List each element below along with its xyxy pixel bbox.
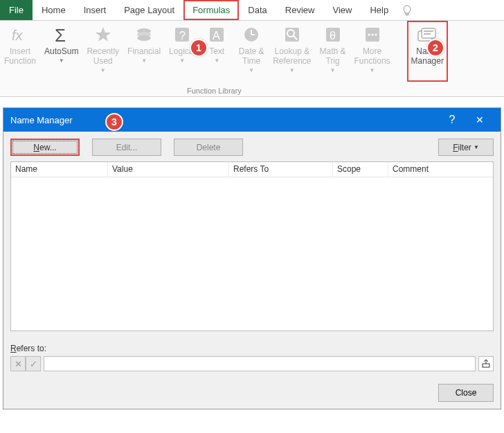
svg-text:Σ: Σ	[55, 25, 66, 44]
svg-rect-24	[424, 30, 433, 32]
callout-3: 3	[105, 113, 123, 131]
tab-page-layout[interactable]: Page Layout	[115, 0, 183, 20]
dialog-titlebar[interactable]: Name Manager ? ✕	[3, 108, 501, 132]
dialog-footer: Close	[3, 377, 501, 409]
tab-review[interactable]: Review	[276, 0, 324, 20]
tab-insert[interactable]: Insert	[75, 0, 116, 20]
tell-me-icon[interactable]	[397, 0, 417, 20]
tab-data[interactable]: Data	[239, 0, 276, 20]
text-icon: A	[206, 24, 228, 46]
group-title-function-library: Function Library	[187, 87, 242, 95]
dropdown-icon: ▼	[141, 58, 147, 64]
close-button[interactable]: Close	[438, 384, 494, 402]
date-time-button[interactable]: Date & Time ▼	[234, 21, 269, 82]
refers-to-input[interactable]	[44, 356, 476, 371]
ribbon-tabs: File Home Insert Page Layout Formulas Da…	[0, 0, 504, 21]
svg-point-21	[375, 33, 377, 35]
dialog-help-button[interactable]: ?	[438, 114, 466, 126]
coins-icon	[133, 24, 155, 46]
svg-text:fx: fx	[12, 28, 24, 43]
filter-button[interactable]: Filter▼	[438, 139, 494, 156]
lookup-reference-button[interactable]: Lookup & Reference ▼	[269, 21, 315, 82]
math-trig-button[interactable]: θ Math & Trig ▼	[316, 21, 350, 82]
star-icon	[92, 24, 114, 46]
math-trig-label: Math & Trig	[320, 47, 346, 67]
dropdown-icon: ▼	[179, 58, 185, 64]
more-icon	[361, 24, 384, 46]
refers-to-label: Refers to:	[10, 344, 494, 353]
dropdown-icon: ▼	[249, 67, 254, 73]
confirm-edit-icon[interactable]: ✓	[26, 356, 41, 371]
svg-rect-26	[483, 364, 489, 367]
ribbon-body: fx Insert Function Σ AutoSum ▼ Recently …	[0, 21, 504, 97]
dialog-toolbar: New... Edit... Delete Filter▼	[3, 132, 501, 161]
svg-point-5	[137, 35, 151, 41]
dropdown-icon: ▼	[59, 58, 64, 64]
dropdown-icon: ▼	[289, 67, 295, 73]
dialog-close-x[interactable]: ✕	[466, 114, 494, 125]
svg-rect-25	[424, 33, 431, 35]
more-functions-button[interactable]: More Functions ▼	[350, 21, 395, 82]
svg-point-19	[368, 33, 370, 35]
financial-button[interactable]: Financial ▼	[123, 21, 165, 82]
new-button[interactable]: New...	[10, 139, 80, 156]
recently-used-label: Recently Used	[87, 47, 119, 67]
autosum-label: AutoSum	[44, 47, 78, 57]
tab-home[interactable]: Home	[33, 0, 75, 20]
theta-icon: θ	[322, 24, 344, 46]
svg-text:A: A	[213, 30, 220, 42]
recently-used-button[interactable]: Recently Used ▼	[82, 21, 123, 82]
dropdown-icon: ▼	[474, 144, 479, 150]
svg-marker-2	[96, 27, 111, 42]
more-functions-label: More Functions	[354, 47, 390, 67]
tab-view[interactable]: View	[323, 0, 361, 20]
svg-text:θ: θ	[330, 30, 336, 42]
insert-function-button[interactable]: fx Insert Function	[0, 21, 40, 82]
col-refers-to[interactable]: Refers To	[229, 162, 333, 177]
tab-file[interactable]: File	[0, 0, 33, 20]
fx-icon: fx	[9, 24, 31, 46]
svg-text:?: ?	[179, 30, 186, 42]
col-comment[interactable]: Comment	[388, 162, 493, 177]
edit-button[interactable]: Edit...	[92, 139, 161, 156]
text-label: Text	[209, 47, 224, 57]
dropdown-icon: ▼	[370, 67, 375, 73]
name-manager-dialog: Name Manager ? ✕ New... Edit... Delete F…	[3, 107, 501, 409]
delete-button[interactable]: Delete	[174, 139, 243, 156]
tab-help[interactable]: Help	[361, 0, 397, 20]
col-name[interactable]: Name	[11, 162, 108, 177]
col-value[interactable]: Value	[108, 162, 229, 177]
financial-label: Financial	[127, 47, 161, 57]
lookup-icon	[281, 24, 303, 46]
dropdown-icon: ▼	[100, 67, 106, 73]
col-scope[interactable]: Scope	[333, 162, 388, 177]
clock-icon	[240, 24, 262, 46]
list-body-empty	[11, 177, 493, 330]
sigma-icon: Σ	[51, 24, 73, 46]
autosum-button[interactable]: Σ AutoSum ▼	[40, 21, 82, 82]
cancel-edit-icon[interactable]: ✕	[10, 356, 26, 371]
tab-formulas[interactable]: Formulas	[183, 0, 239, 20]
lookup-reference-label: Lookup & Reference	[273, 47, 311, 67]
names-list[interactable]: Name Value Refers To Scope Comment	[10, 161, 494, 331]
dropdown-icon: ▼	[214, 58, 219, 64]
refers-to-row: ✕ ✓	[10, 356, 494, 371]
dropdown-icon: ▼	[330, 67, 336, 73]
insert-function-label: Insert Function	[4, 47, 36, 67]
dialog-title: Name Manager	[10, 115, 73, 125]
date-time-label: Date & Time	[239, 47, 264, 67]
range-picker-icon[interactable]	[478, 356, 494, 371]
list-header: Name Value Refers To Scope Comment	[11, 162, 493, 177]
question-icon: ?	[171, 24, 193, 46]
svg-point-20	[371, 33, 373, 35]
callout-1: 1	[190, 39, 208, 57]
callout-2: 2	[426, 39, 444, 57]
